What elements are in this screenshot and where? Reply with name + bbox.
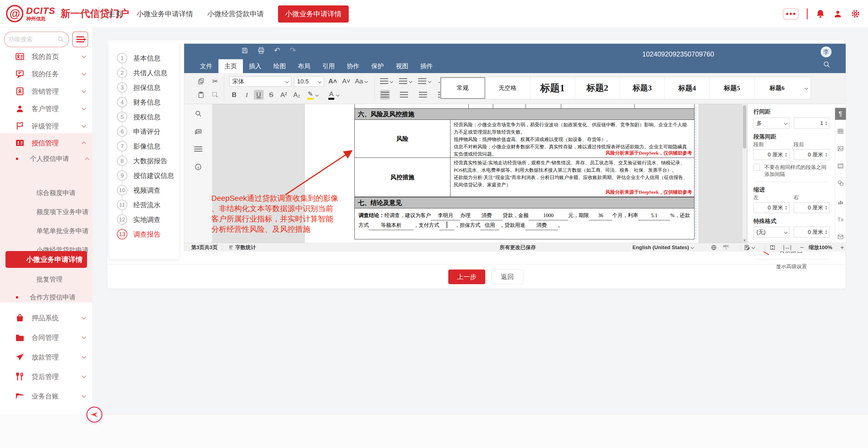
sidebar-subitem-approval-mgmt[interactable]: 批复管理 [0, 271, 92, 287]
style-heading4[interactable]: 标题4 [665, 77, 710, 99]
style-heading1[interactable]: 标题1 [530, 77, 575, 99]
step-credit-advice[interactable]: 9授信建议信息 [117, 170, 174, 181]
no-space-checkbox[interactable] [753, 164, 760, 170]
menu-protect[interactable]: 保护 [365, 59, 390, 73]
undo-icon[interactable]: ↶ [274, 47, 280, 54]
multilevel-list-icon[interactable] [418, 76, 431, 86]
underline-icon[interactable]: U [254, 90, 264, 100]
gallery-expand-icon[interactable] [800, 77, 811, 99]
menu-view[interactable]: 视图 [390, 59, 414, 73]
bullet-list-icon[interactable] [380, 76, 393, 86]
bell-icon[interactable] [816, 9, 825, 19]
style-heading6[interactable]: 标题6 [754, 77, 800, 99]
select-icon[interactable] [210, 90, 220, 100]
conclusion-cell[interactable]: 调查结论：经调查，建议为客户李明月办理消费贷款，金额1000元，期限36个月，利… [354, 208, 694, 239]
shrink-font-icon[interactable]: A˅ [341, 76, 351, 86]
outline-icon[interactable] [194, 146, 203, 152]
sidebar-item-my-home[interactable]: 我的首页 [0, 48, 92, 65]
menu-plugins[interactable]: 插件 [414, 59, 439, 73]
step-field-survey[interactable]: 12实地调查 [117, 213, 160, 226]
font-family-select[interactable]: 宋体 [229, 76, 291, 87]
header-footer-tab-icon[interactable] [835, 160, 846, 172]
spellcheck-icon[interactable]: ABC✓ [723, 245, 729, 250]
cut-icon[interactable]: ✂ [210, 76, 220, 86]
style-normal[interactable]: 常规 [440, 77, 485, 99]
zoom-in-icon[interactable]: + [840, 244, 844, 251]
indent-right-input[interactable]: 0 厘米▴▾ [794, 202, 830, 213]
line-spacing-value[interactable]: 1▴▾ [794, 117, 830, 129]
step-authorization[interactable]: 5授权信息 [117, 111, 160, 123]
field-loan-type[interactable]: 消费 [471, 211, 503, 220]
language-select[interactable]: English (United States) [632, 244, 694, 250]
field-repayment[interactable]: 等额本析 [369, 220, 413, 230]
nav-tab-home[interactable]: 主页 [108, 9, 122, 19]
fit-width-icon[interactable]: |↔| [783, 244, 791, 250]
menu-references[interactable]: 引用 [316, 59, 341, 73]
space-before-input[interactable]: 0 厘米▴▾ [753, 149, 789, 160]
align-right-icon[interactable] [418, 90, 428, 100]
menu-insert[interactable]: 插入 [243, 59, 268, 73]
gear-icon[interactable] [850, 9, 860, 19]
italic-icon[interactable]: I [242, 90, 252, 100]
paste-icon[interactable] [196, 90, 206, 100]
sidebar-item-collateral[interactable]: 押品系统 [0, 309, 92, 326]
mail-tab-icon[interactable] [835, 231, 846, 243]
word-count[interactable]: 字数统计 [235, 244, 256, 251]
step-bigdata-report[interactable]: 8大数据报告 [117, 155, 167, 167]
font-color-icon[interactable]: A [328, 90, 339, 100]
superscript-icon[interactable]: A² [279, 90, 289, 100]
indent-left-input[interactable]: 0 厘米▴▾ [753, 202, 789, 213]
step-coborrower[interactable]: 2共借人信息 [117, 67, 167, 79]
comments-icon[interactable] [194, 128, 202, 136]
step-business-flow[interactable]: 11经营流水 [117, 199, 160, 211]
step-finance[interactable]: 4财务信息 [117, 96, 160, 108]
floating-send-button[interactable] [87, 407, 102, 422]
sidebar-search-box[interactable] [4, 32, 69, 47]
step-video-survey[interactable]: 10视频调查 [117, 184, 160, 196]
image-tab-icon[interactable] [835, 143, 846, 154]
change-case-icon[interactable]: Aa [355, 76, 368, 86]
previous-step-button[interactable]: 上一步 [448, 270, 485, 284]
sidebar-subitem-personal-credit[interactable]: 个人授信申请 [0, 150, 92, 167]
print-icon[interactable] [257, 47, 265, 54]
sidebar-subitem-single-batch[interactable]: 单笔单批业务申请 [0, 223, 92, 239]
globe-icon[interactable] [711, 244, 717, 250]
scrollbar-down-arrow[interactable]: ▼ [742, 238, 747, 243]
editor-search-icon[interactable] [823, 61, 831, 68]
sidebar-item-disbursement[interactable]: 放款管理 [0, 348, 92, 366]
sidebar-collapse-button[interactable] [72, 32, 88, 47]
step-basic-info[interactable]: 1基本信息 [117, 52, 160, 64]
step-guarantee[interactable]: 3担保信息 [117, 81, 160, 94]
back-button[interactable]: 返回 [491, 270, 523, 284]
zoom-level[interactable]: 缩放100% [809, 244, 832, 251]
sidebar-item-ledger[interactable]: 业务台账 [0, 387, 92, 405]
collaborator-avatar[interactable]: 李 [821, 46, 832, 57]
paragraph-tab-icon[interactable]: ¶ [835, 108, 846, 120]
nav-tab-micro-loan-apply[interactable]: 小微经营贷款申请 [207, 9, 264, 19]
more-actions-button[interactable] [783, 8, 799, 20]
menu-layout[interactable]: 布局 [292, 59, 316, 73]
sidebar-item-my-tasks[interactable]: 我的任务 [0, 65, 92, 82]
sidebar-item-credit-mgmt[interactable]: 授信管理 [0, 134, 92, 151]
sidebar-item-rating[interactable]: 评级管理 [0, 117, 92, 135]
sidebar-subitem-comprehensive-quota[interactable]: 综合额度申请 [0, 185, 92, 201]
field-amount[interactable]: 1000 [529, 211, 568, 220]
table-tab-icon[interactable] [835, 125, 846, 137]
line-spacing-select[interactable]: 多 [753, 117, 789, 129]
highlight-icon[interactable]: ✎ [307, 90, 318, 100]
sidebar-item-post-loan[interactable]: 贷后管理 [0, 368, 92, 385]
special-amount-input[interactable]: 0 厘米▴▾ [794, 227, 830, 237]
field-payment-method[interactable] [439, 220, 455, 230]
vertical-scrollbar[interactable]: ▼ [742, 104, 747, 243]
section7-header[interactable]: 七、结论及意见 [354, 197, 694, 208]
search-input[interactable] [9, 36, 57, 43]
style-heading5[interactable]: 标题5 [710, 77, 754, 99]
special-format-select[interactable]: (无) [753, 227, 789, 237]
style-no-spacing[interactable]: 无空格 [485, 77, 530, 99]
style-heading2[interactable]: 标题2 [575, 77, 620, 99]
sidebar-item-customers[interactable]: 客户管理 [0, 100, 92, 117]
strikethrough-icon[interactable]: S [266, 90, 276, 100]
sidebar-item-marketing[interactable]: 营销管理 [0, 82, 92, 100]
menu-collaborate[interactable]: 协作 [341, 59, 365, 73]
fit-page-icon[interactable] [770, 244, 776, 250]
